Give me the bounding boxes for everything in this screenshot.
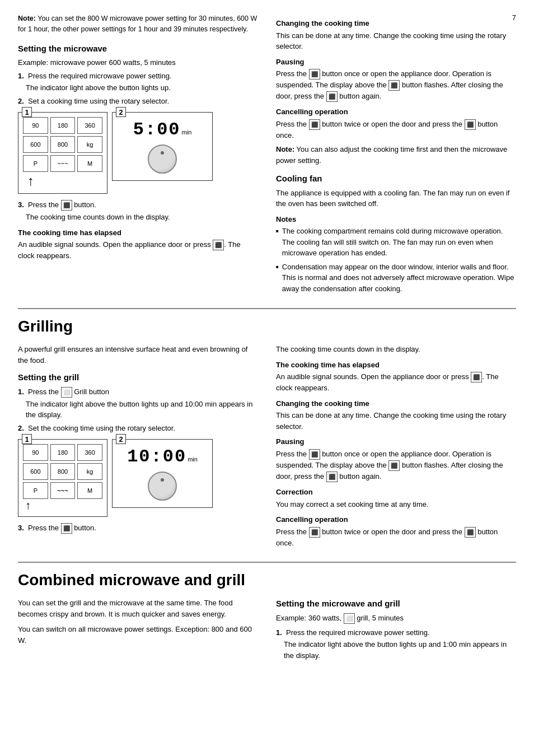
grilling-title: Grilling <box>18 315 516 338</box>
grill-changing-text: This can be done at any time. Change the… <box>276 410 516 432</box>
pausing-heading: Pausing <box>276 57 516 68</box>
grill-elapsed-heading: The cooking time has elapsed <box>276 360 516 371</box>
rotary-knob-1 <box>148 144 177 174</box>
notes-heading: Notes <box>276 214 516 225</box>
btn-inline-2: ⬛ <box>213 240 224 250</box>
grill-count-text: The cooking time counts down in the disp… <box>276 344 516 355</box>
grill-cancelling-text: Press the ⬛ button twice or open the doo… <box>276 526 516 549</box>
btn-inline-5: ⬛ <box>326 91 338 102</box>
grill-step1-sub: The indicator light above the button lig… <box>18 399 258 421</box>
btn-inline-6: ⬛ <box>309 119 320 130</box>
btn-p: P <box>23 155 48 172</box>
btn-180: 180 <box>50 117 76 134</box>
microwave-step3-note: The cooking time counts down in the disp… <box>18 212 258 223</box>
display-min-1: min <box>182 129 192 136</box>
grill-btn-inline-6: ⬛ <box>309 527 320 538</box>
grill-btn-inline: ⬛ <box>61 523 72 534</box>
pausing-text: Press the ⬛ button once or open the appl… <box>276 68 516 102</box>
microwave-step1-sub: The indicator light above the button lig… <box>18 82 258 94</box>
cancelling-text: Press the ⬛ button twice or open the doo… <box>276 119 516 141</box>
btn-90: 90 <box>23 117 48 134</box>
microwave-step2: 2. Set a cooking time using the rotary s… <box>18 96 258 107</box>
grill-display-label: 2 <box>116 434 126 444</box>
notes-list: The cooking compartment remains cold dur… <box>276 226 516 294</box>
combined-setting-heading: Setting the microwave and grill <box>276 598 516 610</box>
cancelling-heading: Cancelling operation <box>276 106 516 118</box>
grill-btn-600: 600 <box>23 463 48 480</box>
btn-kg: kg <box>77 136 102 153</box>
elapsed-text: An audible signal sounds. Open the appli… <box>18 239 258 262</box>
grill-pausing-heading: Pausing <box>276 436 516 447</box>
grill-btn-360: 360 <box>77 444 102 461</box>
elapsed-heading: The cooking time has elapsed <box>18 227 258 239</box>
grill-arrow-indicator: ↑ <box>23 499 102 512</box>
grill-btn-inline-7: ⬛ <box>465 527 476 538</box>
btn-800: 800 <box>50 136 76 153</box>
grill-display-min: min <box>188 456 198 463</box>
grill-display-box: 2 10:00 min <box>112 439 213 508</box>
grill-btn-kg: kg <box>77 463 102 480</box>
grilling-section: Grilling A powerful grill ensures an int… <box>18 308 516 550</box>
grill-btn-m: M <box>77 482 102 499</box>
arrow-indicator: ↑ <box>23 173 102 189</box>
combined-title: Combined microwave and grill <box>18 568 516 592</box>
grill-elapsed-text: An audible signal sounds. Open the appli… <box>276 371 516 394</box>
microwave-example: Example: microwave power 600 watts, 5 mi… <box>18 57 258 68</box>
changing-time-text: This can be done at any time. Change the… <box>276 30 516 52</box>
btn-m: M <box>77 155 102 172</box>
grill-btn-180: 180 <box>50 444 76 461</box>
grill-btn-inline-4: ⬛ <box>388 460 400 471</box>
grill-panel-label-1: 1 <box>22 434 32 444</box>
microwave-step3: 3. Press the ⬛ button. <box>18 199 258 211</box>
grill-btn-90: 90 <box>23 444 48 461</box>
grilling-intro: A powerful grill ensures an intensive su… <box>18 344 258 366</box>
combined-intro2: You can switch on all microwave power se… <box>18 624 258 646</box>
btn-inline-1: ⬛ <box>61 200 72 211</box>
combined-grill-symbol: ⬜ <box>344 613 355 624</box>
grill-btn-p: P <box>23 482 48 499</box>
btn-inline-7: ⬛ <box>465 119 476 130</box>
top-note: Note: You can set the 800 W microwave po… <box>18 13 258 35</box>
combined-example: Example: 360 watts, ⬜ grill, 5 minutes <box>276 613 516 624</box>
btn-inline-4: ⬛ <box>388 80 400 91</box>
grill-panel-box-1: 1 90 180 360 600 800 kg P ~~~ M ↑ <box>18 439 107 517</box>
display-time-1: 5:00 <box>133 119 181 140</box>
grill-pausing-text: Press the ⬛ button once or open the appl… <box>276 449 516 482</box>
btn-600: 600 <box>23 136 48 153</box>
display-box-1: 2 5:00 min <box>112 112 213 181</box>
grill-btn-wave: ~~~ <box>50 482 76 499</box>
grill-btn-inline-5: ⬛ <box>326 472 338 482</box>
microwave-heading: Setting the microwave <box>18 43 258 55</box>
btn-wave: ~~~ <box>50 155 76 172</box>
grill-diagrams: 1 90 180 360 600 800 kg P ~~~ M ↑ <box>18 439 258 517</box>
combined-step1: 1. Press the required microwave power se… <box>276 627 516 638</box>
notes-item-2: Condensation may appear on the door wind… <box>276 262 516 295</box>
correction-heading: Correction <box>276 487 516 498</box>
grill-step2: 2. Set the cooking time using the rotary… <box>18 423 258 434</box>
grill-btn-inline-3: ⬛ <box>309 449 320 460</box>
btn-inline-3: ⬛ <box>309 69 320 80</box>
panel-box-1: 1 90 180 360 600 800 kg P ~~~ M ↑ <box>18 112 107 194</box>
btn-360: 360 <box>77 117 102 134</box>
display-label-1: 2 <box>116 107 126 117</box>
grill-btn-800: 800 <box>50 463 76 480</box>
button-grid-1: 90 180 360 600 800 kg P ~~~ M <box>23 117 102 172</box>
panel-label-1: 1 <box>22 107 32 117</box>
combined-section: Combined microwave and grill You can set… <box>18 562 516 663</box>
combined-intro1: You can set the grill and the microwave … <box>18 598 258 619</box>
setting-grill-heading: Setting the grill <box>18 371 258 384</box>
grill-btn-symbol: ⬜ <box>61 387 72 398</box>
grill-changing-heading: Changing the cooking time <box>276 398 516 409</box>
grill-button-grid: 90 180 360 600 800 kg P ~~~ M <box>23 444 102 499</box>
cooling-fan-heading: Cooling fan <box>276 172 516 185</box>
microwave-step1: 1. Press the required microwave power se… <box>18 71 258 82</box>
cooling-fan-text: The appliance is equipped with a cooling… <box>276 188 516 209</box>
grill-display-time: 10:00 <box>127 446 186 467</box>
notes-item-1: The cooking compartment remains cold dur… <box>276 226 516 259</box>
grill-rotary-knob <box>148 472 177 501</box>
grill-step3: 3. Press the ⬛ button. <box>18 522 258 534</box>
grill-step1: 1. Press the ⬜ Grill button <box>18 386 258 398</box>
changing-time-heading: Changing the cooking time <box>276 18 516 29</box>
grill-btn-inline-2: ⬛ <box>471 372 482 382</box>
correction-text: You may correct a set cooking time at an… <box>276 499 516 510</box>
